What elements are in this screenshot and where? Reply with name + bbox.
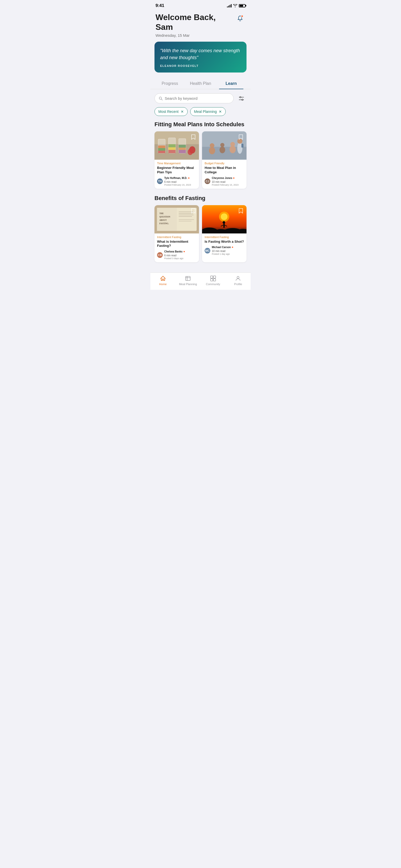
bookmark-btn-3[interactable]: [190, 207, 197, 214]
svg-point-48: [221, 213, 227, 220]
article-grid-1: Time Management Beginner Friendly Meal P…: [154, 131, 247, 189]
filter-tags: Most Recent ✕ Meal Planning ✕: [154, 107, 247, 116]
filter-tag-meal-planning[interactable]: Meal Planning ✕: [190, 107, 226, 116]
article-card-2[interactable]: Budget Friendly How to Meal Plan in Coll…: [202, 131, 247, 189]
author-info-3: Chelsea Banks 6 min read Posted 3 days a…: [164, 250, 196, 260]
article-body-1: Time Management Beginner Friendly Meal P…: [154, 160, 199, 189]
bookmark-icon-4: [239, 208, 243, 214]
filter-button[interactable]: [236, 93, 247, 104]
wifi-icon: [233, 4, 237, 7]
remove-meal-planning[interactable]: ✕: [219, 110, 222, 114]
read-time-1: 6 min read: [164, 181, 176, 183]
notification-dot: [241, 15, 243, 18]
home-icon: [160, 275, 166, 282]
nav-home-label: Home: [159, 283, 166, 286]
search-input-wrapper[interactable]: [154, 93, 234, 103]
author-info-1: Tyle Hoffman, M.D. 6 min read Posted Feb…: [164, 177, 196, 186]
content: Most Recent ✕ Meal Planning ✕ Fitting Me…: [150, 89, 251, 273]
article-category-4: Intermittent Fasting: [205, 236, 244, 239]
article-title-4: Is Fasting Worth a Shot?: [205, 240, 244, 244]
svg-text:FASTING.: FASTING.: [159, 222, 169, 225]
svg-rect-57: [186, 276, 190, 280]
article-image-4: [202, 205, 247, 234]
article-card-3[interactable]: THE QUESTION ABOUT FASTING. Intermit: [154, 205, 199, 262]
article-category-3: Intermittent Fasting: [157, 236, 196, 239]
article-card-4[interactable]: Intermittent Fasting Is Fasting Worth a …: [202, 205, 247, 262]
svg-rect-14: [168, 147, 176, 150]
svg-point-54: [223, 221, 225, 224]
battery-icon: [239, 4, 245, 7]
svg-rect-11: [158, 151, 165, 153]
dot-sep-2: [233, 177, 235, 179]
profile-icon: [235, 275, 241, 282]
nav-meal-planning-label: Meal Planning: [179, 283, 197, 286]
notification-button[interactable]: [235, 13, 245, 24]
dot-sep-3: [184, 251, 185, 252]
nav-profile[interactable]: Profile: [226, 275, 251, 286]
svg-point-25: [210, 143, 214, 148]
filter-icon: [239, 96, 244, 101]
signal-icon: [227, 4, 232, 7]
remove-most-recent[interactable]: ✕: [181, 110, 184, 114]
svg-point-64: [237, 276, 239, 278]
author-name-2: Cheyenne Jones: [212, 177, 232, 180]
nav-meal-planning[interactable]: Meal Planning: [176, 275, 201, 286]
svg-rect-32: [241, 144, 243, 148]
post-date-2: Posted February 15, 2023: [212, 184, 244, 186]
svg-rect-53: [223, 223, 225, 228]
filter-tag-most-recent[interactable]: Most Recent ✕: [154, 107, 188, 116]
article-image-2: [202, 131, 247, 160]
welcome-title: Welcome Back, Sam: [156, 12, 235, 32]
article-body-3: Intermittent Fasting What is Intermitten…: [154, 234, 199, 262]
svg-point-21: [188, 149, 193, 155]
svg-rect-13: [168, 144, 176, 147]
meal-icon: [185, 275, 191, 282]
author-name-4: Michael Carson: [212, 246, 231, 249]
nav-home[interactable]: Home: [150, 275, 176, 286]
svg-rect-63: [213, 279, 216, 281]
status-time: 9:41: [156, 3, 164, 8]
tab-progress[interactable]: Progress: [154, 78, 185, 89]
article-category-1: Time Management: [157, 162, 196, 165]
author-info-4: Michael Carson 10 min read Posted 1 day …: [212, 246, 244, 255]
post-date-1: Posted February 15, 2023: [164, 184, 196, 186]
tabs: Progress Health Plan Learn: [150, 78, 251, 89]
quote-card: "With the new day comes new strength and…: [154, 42, 247, 72]
tab-learn[interactable]: Learn: [216, 78, 247, 89]
svg-rect-19: [179, 150, 186, 153]
svg-point-26: [219, 147, 225, 153]
article-title-3: What is Intermittent Fasting?: [157, 240, 196, 248]
status-icons: [227, 4, 245, 7]
article-grid-2: THE QUESTION ABOUT FASTING. Intermit: [154, 205, 247, 262]
header-left: Welcome Back, Sam Wednesday, 15 Mar: [156, 12, 235, 37]
post-date-3: Posted 3 days ago: [164, 257, 196, 260]
section-benefits-fasting: Benefits of Fasting: [154, 195, 247, 262]
bookmark-icon-2: [239, 134, 243, 140]
tab-section: Progress Health Plan Learn: [150, 78, 251, 89]
search-input[interactable]: [165, 96, 229, 100]
svg-rect-18: [179, 148, 186, 150]
status-bar: 9:41: [150, 0, 251, 10]
search-row: [154, 93, 247, 104]
svg-rect-40: [179, 219, 194, 220]
article-meta-3: CB Chelsea Banks 6 min read Posted 3 day…: [157, 250, 196, 260]
article-card-1[interactable]: Time Management Beginner Friendly Meal P…: [154, 131, 199, 189]
svg-point-24: [209, 147, 215, 154]
bookmark-btn-4[interactable]: [237, 207, 244, 214]
bookmark-btn-2[interactable]: [237, 133, 244, 141]
bookmark-icon-3: [191, 208, 196, 214]
svg-point-3: [240, 96, 241, 98]
svg-rect-60: [211, 276, 213, 278]
dot-sep-4: [232, 247, 233, 248]
nav-community-label: Community: [206, 283, 220, 286]
svg-rect-17: [179, 145, 186, 148]
tab-health-plan[interactable]: Health Plan: [185, 78, 216, 89]
bookmark-btn-1[interactable]: [190, 133, 197, 141]
read-time-2: 10 min read: [212, 181, 225, 183]
welcome-date: Wednesday, 15 Mar: [156, 33, 235, 37]
svg-point-5: [242, 99, 243, 100]
article-image-3: THE QUESTION ABOUT FASTING.: [154, 205, 199, 234]
nav-community[interactable]: Community: [201, 275, 226, 286]
quote-text: "With the new day comes new strength and…: [160, 47, 241, 61]
author-avatar-3: CB: [157, 252, 163, 258]
